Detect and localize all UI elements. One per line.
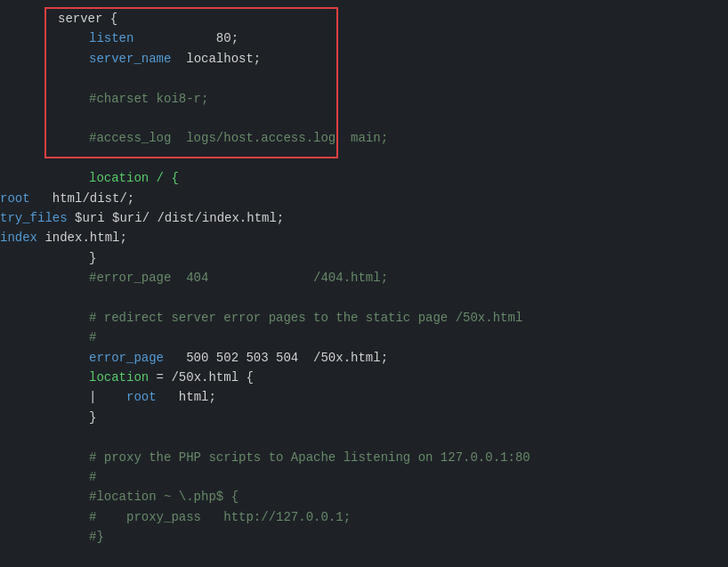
code-token: 500 502 503 504 /50x.html; (164, 348, 388, 368)
code-token: html/dist/; (30, 189, 135, 208)
code-line: # proxy_pass http://127.0.0.1; (0, 507, 728, 527)
code-line (0, 288, 728, 307)
code-line: index index.html; (0, 228, 728, 247)
code-line: # (0, 467, 728, 487)
code-line: } (0, 408, 728, 427)
code-token: root (126, 387, 157, 407)
code-token: #} (89, 527, 104, 547)
code-token: #charset koi8-r; (89, 89, 208, 109)
code-line: #location ~ \.php$ { (0, 487, 728, 506)
code-token: try_files (0, 208, 68, 228)
code-line (0, 427, 728, 447)
code-token: server { (58, 9, 117, 28)
code-token (157, 387, 179, 407)
code-token: } (89, 408, 96, 427)
code-line: location = /50x.html { (0, 368, 728, 387)
code-token: listen (89, 28, 133, 48)
code-token: location / { (89, 168, 179, 188)
code-token: # proxy the PHP scripts to Apache listen… (89, 448, 530, 467)
code-token: } (89, 248, 96, 268)
code-token: html; (179, 387, 216, 407)
code-token: = /50x.html { (149, 368, 254, 387)
code-token: | (89, 387, 126, 407)
code-editor: server { listen 80; server_name localhos… (0, 0, 728, 567)
code-token: # (89, 328, 96, 347)
code-token: location (89, 368, 149, 387)
code-line: try_files $uri $uri/ /dist/index.html; (0, 208, 728, 228)
code-token: # (89, 467, 96, 487)
code-line: server { (0, 9, 728, 28)
code-token: error_page (89, 348, 164, 368)
code-line: | root html; (0, 387, 728, 407)
code-line (0, 69, 728, 88)
code-line: #charset koi8-r; (0, 89, 728, 109)
code-line: listen 80; (0, 28, 728, 48)
code-line (0, 149, 728, 168)
code-line: #access_log logs/host.access.log main; (0, 128, 728, 148)
code-line: # redirect server error pages to the sta… (0, 308, 728, 328)
code-line: #error_page 404 /404.html; (0, 268, 728, 288)
code-line: #} (0, 527, 728, 547)
code-line: # (0, 328, 728, 347)
code-line: } (0, 248, 728, 268)
code-line: location / { (0, 168, 728, 188)
code-token: index (0, 228, 37, 247)
code-token: #access_log logs/host.access.log main; (89, 128, 388, 148)
code-token: #error_page 404 /404.html; (89, 268, 388, 288)
code-token: 80; (133, 28, 239, 48)
code-line: server_name localhost; (0, 49, 728, 69)
code-line (0, 109, 728, 128)
code-token: #location ~ \.php$ { (89, 487, 239, 506)
code-token: localhost; (171, 49, 261, 69)
code-token: index.html; (37, 228, 127, 247)
code-line: root html/dist/; (0, 189, 728, 208)
code-token: # proxy_pass http://127.0.0.1; (89, 507, 351, 527)
code-line: # proxy the PHP scripts to Apache listen… (0, 448, 728, 467)
code-token: server_name (89, 49, 171, 69)
code-token: root (0, 189, 30, 208)
code-token: # redirect server error pages to the sta… (89, 308, 522, 328)
code-token: $uri $uri/ /dist/index.html; (68, 208, 285, 228)
code-line: error_page 500 502 503 504 /50x.html; (0, 348, 728, 368)
